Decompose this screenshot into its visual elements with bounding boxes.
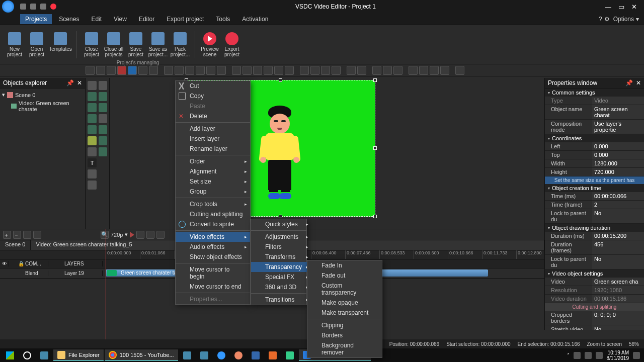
taskbar-app4[interactable]: [230, 349, 247, 361]
prop-row[interactable]: Time (ms)00:00:00.066: [545, 192, 644, 201]
et-dist2[interactable]: [243, 66, 252, 75]
tool-text-icon[interactable]: T: [88, 158, 97, 167]
menu-item-crop-tools[interactable]: Crop tools: [176, 199, 250, 209]
menu-item-add-layer[interactable]: Add layer: [176, 124, 250, 134]
tray-network-icon[interactable]: [596, 352, 603, 359]
panel-close-icon[interactable]: ✕: [636, 79, 641, 86]
menu-item-alignment[interactable]: Alignment: [176, 166, 250, 176]
cortana-button[interactable]: [19, 349, 35, 361]
et-align5[interactable]: [206, 66, 215, 75]
et-copy-icon[interactable]: [96, 66, 105, 75]
menu-item-custom-transparency[interactable]: Custom transparency: [307, 281, 382, 298]
et-align3[interactable]: [185, 66, 194, 75]
tray-volume-icon[interactable]: [585, 352, 592, 359]
resolution-label[interactable]: 720p: [111, 232, 123, 238]
et-undo-icon[interactable]: [138, 66, 147, 75]
close-project-button[interactable]: Closeproject: [81, 31, 102, 58]
panel-pin-icon[interactable]: 📌: [66, 79, 74, 86]
et-settings-icon[interactable]: [455, 66, 464, 75]
timeline-remove-button[interactable]: －: [13, 231, 21, 239]
tool-spline-icon[interactable]: [99, 147, 108, 156]
et-dist4[interactable]: [264, 66, 273, 75]
taskbar-app5[interactable]: [248, 349, 264, 361]
menu-item-set-size[interactable]: Set size: [176, 176, 250, 187]
restore-button[interactable]: ▭: [618, 3, 624, 11]
et-align1[interactable]: [164, 66, 173, 75]
et-snap1[interactable]: [372, 66, 381, 75]
menu-item-delete[interactable]: ✕Delete: [176, 111, 250, 121]
preview-scene-button[interactable]: Previewscene: [199, 31, 220, 58]
menu-item-filters[interactable]: Filters: [251, 242, 311, 252]
qa-open-icon[interactable]: [30, 4, 36, 10]
et-ungroup[interactable]: [357, 66, 366, 75]
taskbar-app3[interactable]: [213, 349, 229, 361]
timeline-play-button[interactable]: [130, 232, 134, 238]
save-as-button[interactable]: Save asproject...: [147, 31, 169, 58]
tool-shape-icon[interactable]: [99, 136, 108, 145]
save-project-button[interactable]: Saveproject: [125, 31, 146, 58]
blend-mode[interactable]: Blend: [23, 270, 48, 276]
prop-section[interactable]: Object creation time: [545, 184, 644, 192]
system-clock[interactable]: 10:19 AM8/11/2019: [607, 350, 629, 361]
menu-item-show-object-effects[interactable]: Show object effects: [176, 252, 250, 262]
menu-item-cutting-and-splitting[interactable]: Cutting and splitting: [176, 209, 250, 219]
timeline-scene-tab[interactable]: Scene 0: [0, 240, 31, 250]
prop-row[interactable]: Duration (frames)456: [545, 240, 644, 255]
pack-project-button[interactable]: Packproject...: [170, 31, 191, 58]
prop-row[interactable]: Lock to parent duNo: [545, 255, 644, 269]
prop-row[interactable]: Stretch videoNo: [545, 325, 644, 330]
timeline-next[interactable]: [146, 231, 154, 239]
et-order1[interactable]: [300, 66, 309, 75]
menu-item-borders[interactable]: Borders: [307, 330, 382, 340]
timeline-zoom-out[interactable]: 🔍: [101, 231, 109, 239]
prop-row[interactable]: Composition modeUse layer's propertie: [545, 120, 644, 134]
prop-row[interactable]: Resolution1920; 1080: [545, 286, 644, 295]
et-align6[interactable]: [217, 66, 226, 75]
minimize-button[interactable]: —: [605, 3, 611, 11]
taskbar-app2[interactable]: [196, 349, 212, 361]
resize-handle[interactable]: [373, 215, 377, 218]
tray-chevron-icon[interactable]: ˄: [567, 352, 570, 358]
tree-video-node[interactable]: Video: Green screen charate: [2, 99, 83, 113]
et-dist3[interactable]: [253, 66, 262, 75]
menu-item-special-fx[interactable]: Special FX: [251, 272, 311, 282]
tray-icon[interactable]: [574, 352, 581, 359]
et-snap3[interactable]: [393, 66, 403, 75]
taskbar-app1[interactable]: [179, 349, 195, 361]
menu-item-background-remover[interactable]: Background remover: [307, 340, 382, 357]
menu-item-360-and-3d[interactable]: 360 and 3D: [251, 282, 311, 292]
playhead[interactable]: [106, 229, 106, 343]
menu-item-cut[interactable]: Cut: [176, 81, 250, 91]
menu-item-rename-layer[interactable]: Rename layer: [176, 144, 250, 154]
taskbar-file-explorer[interactable]: File Explorer: [53, 349, 104, 361]
menu-item-order[interactable]: Order: [176, 156, 250, 166]
menu-item-transparency[interactable]: Transparency: [251, 262, 311, 272]
menu-item-transforms[interactable]: Transforms: [251, 252, 311, 262]
tool-sprite-icon[interactable]: [99, 103, 108, 112]
timeline-loop[interactable]: [156, 231, 165, 239]
menu-item-copy[interactable]: Copy: [176, 91, 250, 101]
timeline-prev[interactable]: [136, 231, 144, 239]
taskview-button[interactable]: [36, 349, 52, 361]
prop-section[interactable]: Coordinates: [545, 134, 644, 142]
prop-row[interactable]: TypeVideo: [545, 97, 644, 105]
tool-tooltip-icon[interactable]: [88, 169, 97, 178]
menu-item-quick-styles[interactable]: Quick styles: [251, 219, 311, 229]
menu-item-move-cursor-to-begin[interactable]: Move cursor to begin: [176, 264, 250, 282]
et-redo-icon[interactable]: [149, 66, 158, 75]
menu-view[interactable]: View: [109, 14, 132, 24]
et-cut-icon[interactable]: [86, 66, 95, 75]
qa-save-icon[interactable]: [40, 4, 46, 10]
menu-item-fade-in[interactable]: Fade In: [307, 260, 382, 270]
tool-video-icon[interactable]: [99, 92, 108, 101]
tool-image-icon[interactable]: [88, 92, 97, 101]
prop-section[interactable]: Common settings: [545, 88, 644, 97]
tool-rect-icon[interactable]: [88, 125, 97, 134]
tool-freehand-icon[interactable]: [88, 147, 97, 156]
menu-item-audio-effects[interactable]: Audio effects: [176, 242, 250, 252]
panel-pin-icon[interactable]: 📌: [625, 79, 633, 86]
layer-name[interactable]: Layer 19: [62, 270, 103, 276]
et-dist5[interactable]: [274, 66, 283, 75]
menu-item-clipping[interactable]: Clipping: [307, 320, 382, 330]
menu-item-video-effects[interactable]: Video effects: [176, 232, 250, 242]
